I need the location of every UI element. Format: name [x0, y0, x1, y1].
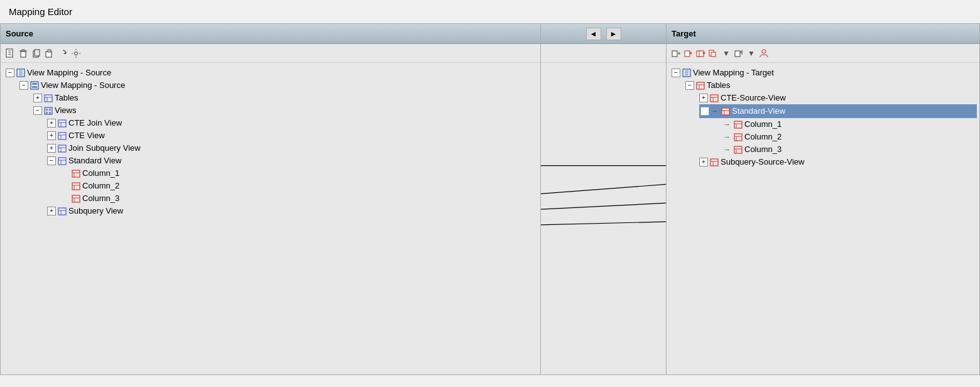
source-standard-view-node: − Standard View: [45, 155, 538, 205]
svg-line-57: [541, 222, 666, 225]
source-mapping-label: View Mapping - Source: [41, 79, 125, 92]
target-cte-source-expand[interactable]: +: [699, 94, 708, 102]
source-root-node: − View Mapping - Source − V: [3, 67, 538, 217]
source-col1-placeholder: [61, 169, 70, 178]
target-tables-icon: [695, 80, 705, 90]
source-subquery-icon: [57, 206, 67, 216]
svg-rect-30: [58, 120, 66, 127]
svg-rect-36: [58, 145, 66, 152]
toolbar-paste-icon[interactable]: [44, 48, 55, 59]
left-arrow-icon: ◄: [590, 30, 597, 38]
target-root-node: − View Mapping - Target − T: [669, 67, 977, 168]
target-standard-view-node: − → Standard-View: [697, 104, 977, 156]
source-mapping-node: − View Mapping - Source +: [17, 79, 538, 217]
source-standard-icon: [57, 156, 67, 166]
target-subquery-source-expand[interactable]: +: [699, 158, 708, 166]
mapping-lines-area: [541, 63, 666, 374]
source-cte-view-node: + CTE View: [45, 129, 538, 142]
svg-rect-19: [35, 83, 37, 85]
svg-rect-10: [48, 50, 51, 52]
source-col3-placeholder: [61, 194, 70, 203]
svg-rect-4: [21, 52, 26, 57]
source-subquery-label: Subquery View: [68, 205, 123, 217]
svg-rect-58: [672, 51, 677, 57]
target-delete3-icon[interactable]: [708, 48, 719, 59]
svg-rect-82: [722, 108, 729, 115]
source-root-expand[interactable]: −: [6, 68, 14, 77]
target-col2-placeholder: [713, 133, 722, 141]
toolbar-new-icon[interactable]: [4, 48, 16, 59]
svg-rect-51: [58, 208, 66, 215]
toolbar-refresh-icon[interactable]: [57, 48, 68, 59]
target-tree-area: − View Mapping - Target − T: [667, 63, 979, 374]
source-standard-label: Standard View: [68, 155, 121, 167]
middle-header: ◄ ►: [541, 24, 666, 44]
toolbar-delete-icon[interactable]: [18, 48, 29, 59]
source-join-sub-label: Join Subquery View: [68, 142, 141, 155]
target-dropdown2-icon[interactable]: ▼: [746, 48, 757, 59]
svg-line-55: [541, 184, 666, 194]
target-col3-arrow: →: [723, 143, 731, 156]
left-arrow-button[interactable]: ◄: [586, 28, 601, 40]
source-cte-join-expand[interactable]: +: [47, 119, 56, 128]
source-standard-expand[interactable]: −: [47, 156, 56, 165]
source-cte-join-icon: [57, 118, 67, 128]
target-add-icon[interactable]: [670, 48, 682, 59]
target-col3-placeholder: [713, 145, 722, 154]
target-col3-label: Column_3: [744, 143, 781, 156]
target-col1-arrow: →: [723, 118, 731, 131]
target-standard-label: Standard-View: [732, 105, 785, 117]
toolbar-copy-icon[interactable]: [31, 48, 42, 59]
source-col1-label: Column_1: [82, 167, 119, 180]
source-join-sub-node: + Join Subquery View: [45, 142, 538, 155]
target-delete-icon[interactable]: [683, 48, 694, 59]
target-delete2-icon[interactable]: [695, 48, 707, 59]
source-subquery-expand[interactable]: +: [47, 207, 56, 215]
svg-rect-48: [72, 195, 80, 202]
source-mapping-expand[interactable]: −: [19, 81, 28, 90]
svg-rect-70: [735, 51, 740, 57]
target-panel: Target ▼ ▼: [667, 24, 979, 374]
target-col2-icon: [733, 132, 743, 142]
target-standard-arrow: →: [710, 105, 718, 117]
svg-marker-11: [63, 52, 66, 54]
source-views-label: Views: [55, 104, 76, 117]
source-views-expand[interactable]: −: [33, 106, 42, 115]
target-move-icon[interactable]: [733, 48, 744, 59]
svg-rect-91: [734, 146, 742, 153]
target-subquery-source-label: Subquery-Source-View: [721, 156, 804, 168]
target-tables-expand[interactable]: −: [685, 81, 694, 90]
source-cte-expand[interactable]: +: [47, 131, 56, 140]
target-user-icon[interactable]: [758, 48, 770, 59]
source-col1-icon: [71, 168, 81, 178]
svg-rect-76: [697, 82, 704, 89]
svg-rect-79: [710, 95, 718, 102]
target-root-label: View Mapping - Target: [693, 67, 774, 79]
source-tree-area: − View Mapping - Source − V: [1, 63, 540, 374]
toolbar-settings-icon[interactable]: [70, 48, 82, 59]
target-dropdown1-icon[interactable]: ▼: [721, 48, 732, 59]
target-root-expand[interactable]: −: [672, 68, 680, 77]
source-root-label: View Mapping - Source: [27, 67, 111, 79]
source-tables-node: + Tables: [31, 92, 538, 104]
source-join-sub-expand[interactable]: +: [47, 144, 56, 153]
target-tables-label: Tables: [707, 79, 731, 92]
source-tables-label: Tables: [55, 92, 79, 104]
target-cte-source-node: + CTE-Source-View: [697, 92, 977, 104]
source-cte-label: CTE View: [68, 129, 105, 142]
source-header-label: Source: [6, 29, 33, 38]
target-toolbar: ▼ ▼: [667, 44, 979, 63]
right-arrow-button[interactable]: ►: [606, 28, 621, 40]
target-col3-icon: [733, 144, 743, 155]
dropdown2-arrow: ▼: [748, 49, 755, 58]
source-col3-node: Column_3: [58, 192, 538, 205]
source-tables-icon: [43, 93, 53, 103]
target-standard-expand[interactable]: −: [700, 107, 709, 116]
target-col2-label: Column_2: [744, 131, 781, 143]
svg-rect-17: [31, 82, 38, 89]
source-tables-expand[interactable]: +: [33, 94, 42, 102]
svg-rect-28: [46, 112, 48, 114]
svg-rect-94: [710, 159, 718, 166]
target-col1-icon: [733, 119, 743, 129]
mapping-lines-svg: [541, 63, 666, 374]
